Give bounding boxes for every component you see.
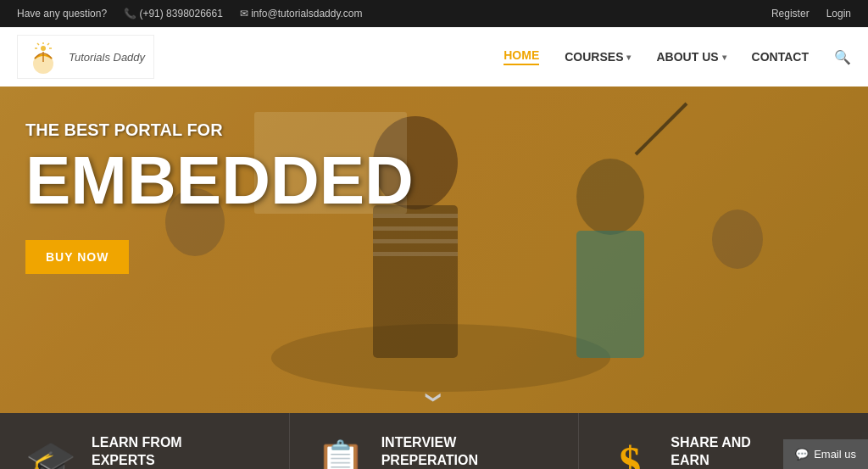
feature-learn-text: LEARN FROMEXPERTS VIEW MORE > <box>92 434 182 469</box>
logo[interactable]: Tutorials Daddy <box>17 35 154 79</box>
feature-learn-title: LEARN FROMEXPERTS <box>92 434 182 469</box>
dollar-sign-icon: $ <box>604 438 655 470</box>
svg-line-3 <box>47 43 49 45</box>
svg-point-19 <box>712 209 763 269</box>
hero-content: THE BEST PORTAL FOR EMBEDDED BUY NOW <box>25 120 414 274</box>
top-bar: Have any question? 📞 (+91) 8398026661 ✉ … <box>0 0 868 27</box>
feature-share-title: SHARE ANDEARN <box>670 434 751 469</box>
header: Tutorials Daddy HOME COURSES ▾ ABOUT US … <box>0 27 868 87</box>
about-chevron: ▾ <box>722 53 726 62</box>
graduation-cap-icon: 🎓 <box>25 438 76 469</box>
feature-interview-title: INTERVIEWPREPERATION <box>381 434 478 469</box>
scroll-down-indicator[interactable]: ❯ <box>425 391 443 404</box>
question-text: Have any question? <box>17 8 107 20</box>
nav-courses[interactable]: COURSES ▾ <box>565 50 631 64</box>
phone-icon: 📞 <box>124 8 136 20</box>
top-bar-right: Register Login <box>771 8 851 20</box>
logo-text: Tutorials Daddy <box>69 51 145 64</box>
feature-learn: 🎓 LEARN FROMEXPERTS VIEW MORE > <box>0 413 290 469</box>
courses-chevron: ▾ <box>626 53 631 62</box>
top-bar-left: Have any question? 📞 (+91) 8398026661 ✉ … <box>17 8 363 20</box>
search-icon[interactable]: 🔍 <box>834 49 851 65</box>
nav-about[interactable]: ABOUT US ▾ <box>656 50 726 64</box>
nav-contact[interactable]: CONTACT <box>752 50 809 64</box>
notebook-icon: 📋 <box>315 438 366 469</box>
feature-interview-text: INTERVIEWPREPERATION VIEW MORE > <box>381 434 478 469</box>
nav-home[interactable]: HOME <box>504 48 539 65</box>
svg-line-4 <box>37 43 39 45</box>
email-icon: ✉ <box>240 8 248 20</box>
svg-point-15 <box>576 159 644 235</box>
hero-title: EMBEDDED <box>25 147 414 215</box>
email-us-label: Email us <box>814 448 856 461</box>
register-link[interactable]: Register <box>771 8 810 20</box>
features-bar: 🎓 LEARN FROMEXPERTS VIEW MORE > 📋 INTERV… <box>0 413 868 469</box>
svg-point-1 <box>41 46 46 51</box>
hero-subtitle: THE BEST PORTAL FOR <box>25 120 414 140</box>
email-us-icon: 💬 <box>795 448 809 461</box>
logo-icon <box>26 40 60 74</box>
email-us-button[interactable]: 💬 Email us <box>783 439 868 469</box>
feature-interview: 📋 INTERVIEWPREPERATION VIEW MORE > <box>290 413 580 469</box>
svg-rect-16 <box>576 231 644 358</box>
login-link[interactable]: Login <box>826 8 851 20</box>
buy-now-button[interactable]: BUY NOW <box>25 240 129 274</box>
feature-share-text: SHARE ANDEARN VIEW MORE > <box>670 434 751 469</box>
hero-section: THE BEST PORTAL FOR EMBEDDED BUY NOW ❯ <box>0 87 868 413</box>
email-address: ✉ info@tutorialsdaddy.com <box>240 8 363 20</box>
main-nav: HOME COURSES ▾ ABOUT US ▾ CONTACT 🔍 <box>504 48 851 65</box>
phone-number: 📞 (+91) 8398026661 <box>124 8 223 20</box>
